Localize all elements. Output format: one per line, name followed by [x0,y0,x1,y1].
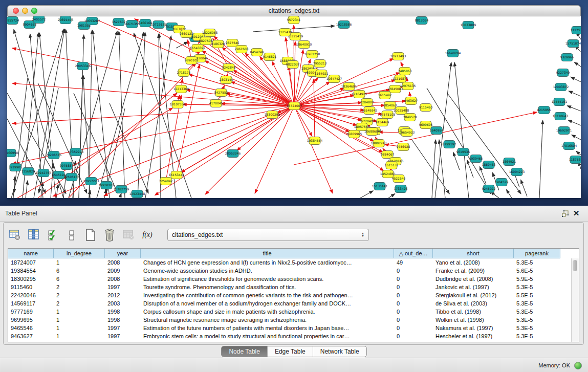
graph-node[interactable]: 12942757 [36,169,52,177]
graph-node[interactable]: 8454749 [250,49,264,56]
graph-node[interactable]: 12505135 [64,173,80,181]
graph-node[interactable]: 8186328 [211,40,225,48]
table-row[interactable]: 977716911998Corpus callosum shape and si… [8,308,579,316]
new-table-icon[interactable] [83,228,98,242]
graph-node[interactable]: 12213369 [173,85,189,93]
graph-node[interactable]: 12219877 [393,75,408,83]
column-header[interactable]: in_degree [54,249,105,258]
graph-node[interactable]: 9146821 [263,53,277,61]
graph-node[interactable]: 1125439 [278,29,292,36]
graph-node[interactable]: 18640910 [296,41,312,49]
graph-node[interactable]: 19218586 [336,21,352,29]
graph-node[interactable]: 2967608 [235,46,249,53]
graph-node[interactable]: 9890105 [185,57,199,64]
graph-node[interactable]: 17957223 [83,178,99,185]
graph-node[interactable]: 16648784 [445,50,461,57]
graph-node[interactable]: 9329966 [560,54,574,61]
graph-node[interactable]: 2204807 [360,99,374,106]
graph-node[interactable]: 19958107 [99,182,115,189]
tab-network-table[interactable]: Network Table [313,346,366,357]
graph-node[interactable]: 12923448 [129,190,145,198]
graph-node[interactable]: 9822037 [286,61,300,69]
table-row[interactable]: 1830029562008Estimation of significance … [8,275,579,283]
graph-node[interactable]: 18226058 [202,29,218,37]
window-titlebar[interactable]: citations_edges.txt [7,5,581,16]
graph-node[interactable]: 7254042 [159,178,173,185]
graph-node[interactable]: 19384554 [307,137,323,145]
graph-node[interactable]: 1939465 [469,155,483,163]
table-row[interactable]: 1872400712008Changes of HCN gene express… [8,258,579,267]
graph-node[interactable]: 10719135 [151,21,167,29]
column-header[interactable]: short [433,249,514,258]
graph-node[interactable]: 9975887 [60,162,74,170]
graph-node[interactable]: 10647427 [326,75,342,83]
graph-node[interactable]: 16153447 [169,171,185,179]
graph-node[interactable]: 12164925 [352,91,367,98]
tab-edge-table[interactable]: Edge Table [267,346,313,357]
graph-node[interactable]: 20691406 [58,16,74,24]
column-header[interactable]: name [8,249,54,258]
graph-node[interactable]: 12444151 [552,98,568,106]
graph-node[interactable]: 9756928 [397,143,410,151]
graph-node[interactable]: 1855724 [7,17,19,25]
table-row[interactable]: 1456911722003Disruption of a novel membe… [8,299,579,308]
table-row[interactable]: 911546021997Tourette syndrome. Phenomeno… [8,283,579,291]
delete-column-icon[interactable] [102,228,117,242]
table-row[interactable]: 969969511998Structural magnetic resonanc… [8,316,579,324]
graph-node[interactable]: 9245022 [482,185,496,193]
graph-node[interactable]: 7955213 [313,60,327,68]
graph-node[interactable]: 1156829 [21,168,35,176]
graph-node[interactable]: 12975135 [400,82,416,90]
graph-node[interactable]: 7485063 [398,68,412,75]
graph-node[interactable]: 9242848 [222,64,236,72]
graph-node[interactable]: 16671355 [124,20,140,28]
graph-node[interactable]: 16543392 [190,45,206,52]
graph-node[interactable]: 12093872 [553,83,569,91]
network-canvas[interactable]: 1855724890465524055722069140619810551065… [7,16,581,198]
graph-node[interactable]: 4522546 [392,175,406,183]
graph-node[interactable]: 20206576 [46,151,62,159]
graph-node[interactable]: 16961758 [304,51,320,58]
graph-node[interactable]: 15135141 [372,183,388,190]
graph-node[interactable]: 8215955 [537,106,551,114]
graph-node[interactable]: 10210643 [553,113,569,120]
graph-node[interactable]: 9227349 [556,69,570,77]
graph-node[interactable]: 16782759 [114,186,129,193]
node-table[interactable]: namein_degreeyeartitle△ out_de…shortpage… [8,248,579,342]
graph-node[interactable]: 1117534 [571,27,581,34]
graph-node[interactable]: 2718176 [177,69,191,77]
minimize-traffic-light-icon[interactable] [22,8,28,14]
table-select-dropdown[interactable]: citations_edges.txt ▲▼ [167,229,369,241]
column-header[interactable]: pagerank [514,249,560,258]
graph-node[interactable]: 19692971 [556,127,572,135]
close-panel-icon[interactable]: ✕ [571,208,582,219]
graph-node[interactable]: 8799197 [443,141,456,148]
graph-node[interactable]: 18300295 [265,111,280,119]
graph-node[interactable]: 10653287 [84,17,100,25]
graph-node[interactable]: 1864921 [503,158,516,166]
graph-node[interactable]: 4170045 [209,100,223,107]
table-row[interactable]: 1938455462009Genome-wide association stu… [8,267,579,275]
graph-node[interactable]: 8813054 [415,17,429,25]
graph-node[interactable]: 7849578 [403,114,417,121]
close-traffic-light-icon[interactable] [13,8,19,14]
graph-node[interactable]: 18364601 [341,83,357,91]
graph-node[interactable]: 9619535 [456,148,470,156]
show-column-icon[interactable] [27,228,41,242]
graph-node[interactable]: 8427552 [214,89,228,97]
graph-node[interactable]: 3919905 [9,164,23,171]
float-window-icon[interactable] [559,208,571,219]
graph-node[interactable]: 2405572 [32,16,46,24]
graph-node[interactable]: 16549342 [362,107,378,115]
tab-node-table[interactable]: Node Table [222,346,267,357]
column-header[interactable]: △ out_de… [394,249,433,258]
graph-node[interactable]: 19654923 [399,129,415,137]
graph-node[interactable]: 1733426 [394,185,408,193]
graph-node[interactable]: 15751074 [565,40,581,48]
graph-node[interactable]: 18807243 [371,140,387,147]
graph-node[interactable]: 9115460 [419,104,433,112]
deselect-all-icon[interactable] [64,228,79,242]
table-scrollbar[interactable] [571,258,579,342]
graph-node[interactable]: 5572341 [287,16,301,24]
graph-node[interactable]: 17359924 [68,148,84,156]
